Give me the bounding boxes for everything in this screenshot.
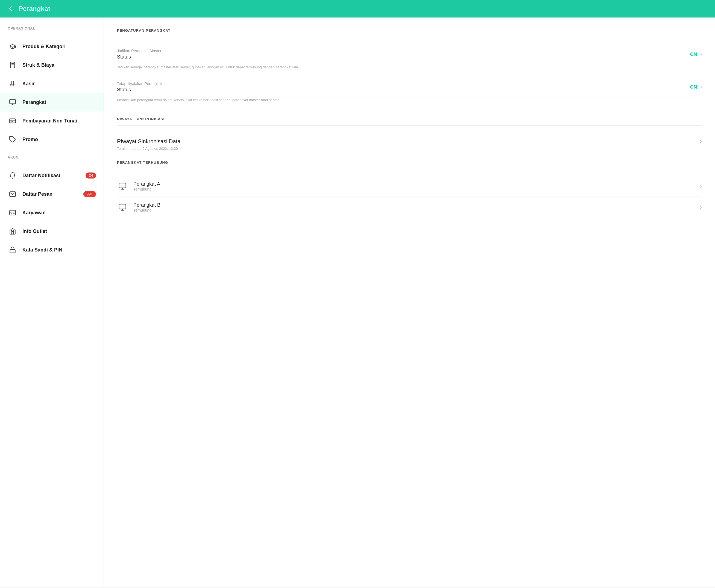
sync-history-row[interactable]: Riwayat Sinkronisasi Data › [117, 132, 702, 147]
setting-keepon-small-label: Tetap Nyalakan Perangkat [117, 82, 162, 86]
device-a-name: Perangkat A [133, 181, 694, 187]
device-a-status: Terhubung [133, 187, 694, 191]
sidebar-divider-1 [0, 34, 104, 34]
sync-history-title: Riwayat Sinkronisasi Data [117, 138, 181, 145]
store-icon [8, 226, 18, 236]
mail-icon [8, 189, 18, 199]
setting-keep-on[interactable]: Tetap Nyalakan Perangkat Status ON › [117, 77, 702, 98]
device-a-info: Perangkat A Terhubung [133, 181, 694, 191]
card-icon [8, 116, 18, 126]
sidebar-item-label-struk: Struk & Biaya [22, 62, 96, 68]
svg-rect-22 [10, 250, 15, 253]
svg-rect-19 [12, 232, 14, 234]
section-heading-pengaturan: PENGATURAN PERANGKAT [117, 28, 702, 33]
notification-badge: 24 [86, 172, 96, 178]
divider-riwayat [117, 125, 702, 126]
setting-master-main-label: Status [117, 54, 162, 60]
sidebar-item-karyawan[interactable]: Karyawan [0, 203, 104, 222]
main-layout: OPERASIONAL Produk & Kategori [0, 18, 715, 587]
setting-keepon-status: ON [690, 84, 697, 90]
id-card-icon [8, 208, 18, 217]
setting-master-right: ON › [690, 51, 702, 57]
monitor-icon [8, 97, 18, 107]
sidebar-item-kasir[interactable]: Kasir [0, 75, 104, 93]
device-b-status: Terhubung [133, 208, 694, 212]
setting-keepon-labels: Tetap Nyalakan Perangkat Status [117, 82, 162, 93]
divider-pengaturan [117, 37, 702, 37]
section-label-akun: AKUN [0, 155, 104, 163]
svg-rect-9 [9, 119, 16, 123]
message-badge: 99+ [83, 191, 96, 197]
sidebar: OPERASIONAL Produk & Kategori [0, 18, 104, 587]
divider-connected [117, 169, 702, 169]
section-heading-connected: PERANGKAT TERHUBUNG [117, 161, 702, 165]
chevron-right-icon-device-a: › [700, 183, 702, 190]
back-button[interactable] [6, 5, 14, 13]
chevron-right-icon-keepon: › [700, 84, 702, 90]
flask-icon [8, 79, 18, 88]
chevron-right-icon-sync: › [700, 138, 702, 145]
lock-icon [8, 245, 18, 255]
svg-point-21 [11, 230, 12, 231]
sync-history-subtitle: Terakhir update 9 Agustus 2022, 13:30 [117, 147, 702, 157]
sidebar-item-label-karyawan: Karyawan [22, 210, 96, 216]
sidebar-item-promo[interactable]: Promo [0, 130, 104, 149]
device-b-icon [117, 202, 128, 213]
sidebar-item-label-pembayaran: Pembayaran Non-Tunai [22, 118, 96, 124]
svg-rect-6 [9, 100, 16, 104]
sidebar-item-daftar-pesan[interactable]: Daftar Pesan 99+ [0, 185, 104, 203]
sidebar-item-daftar-notifikasi[interactable]: Daftar Notifikasi 24 [0, 166, 104, 185]
svg-rect-26 [119, 204, 126, 209]
receipt-icon [8, 60, 18, 70]
chevron-right-icon-device-b: › [700, 204, 702, 211]
sidebar-divider-2 [0, 163, 104, 163]
device-b-info: Perangkat B Terhubung [133, 202, 694, 212]
sidebar-item-info-outlet[interactable]: Info Outlet [0, 222, 104, 240]
setting-master-description: Jadikan sebagai perangkat master atau se… [117, 65, 702, 75]
setting-keepon-main-label: Status [117, 87, 162, 93]
sidebar-item-label-promo: Promo [22, 137, 96, 142]
sidebar-item-label-info-outlet: Info Outlet [22, 229, 96, 234]
device-a-icon [117, 181, 128, 192]
svg-rect-0 [10, 62, 15, 68]
setting-keepon-right: ON › [690, 84, 702, 90]
sidebar-item-label-notifikasi: Daftar Notifikasi [22, 173, 81, 178]
sidebar-item-label-kasir: Kasir [22, 81, 96, 87]
setting-master-small-label: Jadikan Perangkat Master [117, 49, 162, 53]
svg-rect-23 [119, 183, 126, 188]
setting-keepon-description: Memastikan perangkat tetap dalam kondisi… [117, 98, 702, 107]
svg-point-16 [11, 212, 12, 213]
sidebar-item-produk-kategori[interactable]: Produk & Kategori [0, 37, 104, 56]
device-row-b[interactable]: Perangkat B Terhubung › [117, 197, 702, 217]
section-label-operasional: OPERASIONAL [0, 26, 104, 34]
chevron-right-icon-master: › [700, 51, 702, 57]
setting-master-status: ON [690, 52, 697, 57]
sidebar-item-label-produk: Produk & Kategori [22, 44, 96, 49]
sidebar-item-pembayaran[interactable]: Pembayaran Non-Tunai [0, 111, 104, 130]
setting-master-device[interactable]: Jadikan Perangkat Master Status ON › [117, 44, 702, 65]
setting-master-labels: Jadikan Perangkat Master Status [117, 49, 162, 60]
svg-rect-15 [9, 210, 16, 215]
main-content: PENGATURAN PERANGKAT Jadikan Perangkat M… [104, 18, 715, 587]
header: Perangkat [0, 0, 715, 18]
sidebar-item-label-pesan: Daftar Pesan [22, 191, 79, 197]
svg-rect-4 [10, 63, 10, 67]
sidebar-item-label-kata-sandi: Kata Sandi & PIN [22, 247, 96, 253]
sidebar-item-struk-biaya[interactable]: Struk & Biaya [0, 56, 104, 75]
bell-icon [8, 171, 18, 181]
page-title: Perangkat [19, 5, 50, 13]
sidebar-item-kata-sandi[interactable]: Kata Sandi & PIN [0, 240, 104, 259]
sidebar-item-perangkat[interactable]: Perangkat [0, 93, 104, 111]
device-b-name: Perangkat B [133, 202, 694, 208]
sidebar-item-label-perangkat: Perangkat [22, 100, 96, 105]
section-heading-riwayat: RIWAYAT SINKRONISASI [117, 117, 702, 121]
graduation-icon [8, 42, 18, 51]
tag-icon [8, 134, 18, 144]
svg-point-20 [14, 230, 14, 231]
device-row-a[interactable]: Perangkat A Terhubung › [117, 176, 702, 197]
